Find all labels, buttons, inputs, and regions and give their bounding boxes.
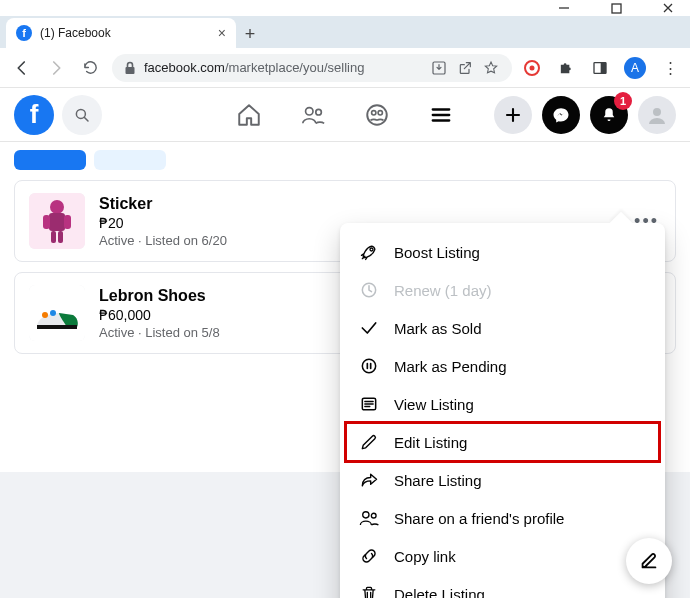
reload-button[interactable] — [78, 56, 102, 80]
tab-close-icon[interactable]: × — [218, 25, 226, 41]
people-icon — [358, 507, 380, 529]
home-icon[interactable] — [236, 102, 262, 128]
side-panel-icon[interactable] — [590, 58, 610, 78]
svg-rect-6 — [601, 62, 606, 73]
url-text: facebook.com/marketplace/you/selling — [144, 60, 422, 75]
svg-point-27 — [362, 359, 375, 372]
browser-tabstrip: f (1) Facebook × + — [0, 16, 690, 48]
listing-meta: Active · Listed on 6/20 — [99, 233, 227, 248]
menu-mark-pending[interactable]: Mark as Pending — [346, 347, 659, 385]
page-content: Sticker ₱20 Active · Listed on 6/20 ••• … — [0, 142, 690, 598]
friends-icon[interactable] — [300, 102, 326, 128]
window-titlebar — [0, 0, 690, 16]
extension-red-circle-icon[interactable] — [522, 58, 542, 78]
menu-renew: Renew (1 day) — [346, 271, 659, 309]
svg-point-23 — [42, 312, 48, 318]
listing-price: ₱20 — [99, 215, 227, 231]
listing-title: Sticker — [99, 195, 227, 213]
extensions-puzzle-icon[interactable] — [556, 58, 576, 78]
bookmark-star-icon[interactable] — [482, 59, 500, 77]
svg-rect-20 — [58, 231, 63, 243]
listing-meta: Active · Listed on 5/8 — [99, 325, 220, 340]
svg-rect-16 — [49, 213, 65, 231]
svg-point-25 — [370, 248, 373, 251]
svg-rect-19 — [51, 231, 56, 243]
listing-thumbnail — [29, 285, 85, 341]
tab-title: (1) Facebook — [40, 26, 210, 40]
listing-actions-menu: Boost Listing Renew (1 day) Mark as Sold… — [340, 223, 665, 598]
svg-rect-1 — [126, 67, 135, 74]
facebook-search-button[interactable] — [62, 95, 102, 135]
filter-pill[interactable] — [94, 150, 166, 170]
facebook-right-nav: 1 — [494, 96, 676, 134]
menu-label: Renew (1 day) — [394, 282, 492, 299]
svg-rect-18 — [64, 215, 71, 229]
window-maximize-icon[interactable] — [608, 0, 624, 16]
pencil-icon — [358, 431, 380, 453]
chrome-profile-avatar[interactable]: A — [624, 57, 646, 79]
browser-tab[interactable]: f (1) Facebook × — [6, 18, 236, 48]
compose-fab[interactable] — [626, 538, 672, 584]
install-app-icon[interactable] — [430, 59, 448, 77]
forward-button[interactable] — [44, 56, 68, 80]
address-bar[interactable]: facebook.com/marketplace/you/selling — [112, 54, 512, 82]
svg-point-9 — [316, 109, 322, 115]
list-icon — [358, 393, 380, 415]
clock-icon — [358, 279, 380, 301]
profile-button[interactable] — [638, 96, 676, 134]
menu-view-listing[interactable]: View Listing — [346, 385, 659, 423]
listing-title: Lebron Shoes — [99, 287, 220, 305]
trash-icon — [358, 583, 380, 598]
menu-label: Share Listing — [394, 472, 482, 489]
rocket-icon — [358, 241, 380, 263]
listing-thumbnail — [29, 193, 85, 249]
svg-point-12 — [378, 110, 382, 114]
new-tab-button[interactable]: + — [236, 20, 264, 48]
facebook-logo-icon[interactable]: f — [14, 95, 54, 135]
filter-pills — [14, 150, 676, 170]
menu-share-listing[interactable]: Share Listing — [346, 461, 659, 499]
menu-delete-listing[interactable]: Delete Listing — [346, 575, 659, 598]
window-minimize-icon[interactable] — [556, 0, 572, 16]
svg-point-15 — [50, 200, 64, 214]
browser-toolbar: facebook.com/marketplace/you/selling A ⋮ — [0, 48, 690, 88]
groups-icon[interactable] — [364, 102, 390, 128]
create-button[interactable] — [494, 96, 532, 134]
menu-label: Share on a friend's profile — [394, 510, 564, 527]
share-arrow-icon — [358, 469, 380, 491]
menu-hamburger-icon[interactable] — [428, 102, 454, 128]
facebook-header: f 1 — [0, 88, 690, 142]
messenger-button[interactable] — [542, 96, 580, 134]
menu-boost-listing[interactable]: Boost Listing — [346, 233, 659, 271]
menu-edit-listing[interactable]: Edit Listing — [346, 423, 659, 461]
svg-point-24 — [50, 310, 56, 316]
window-close-icon[interactable] — [660, 0, 676, 16]
extension-icons: A ⋮ — [522, 57, 680, 79]
svg-point-10 — [367, 105, 387, 125]
pause-circle-icon — [358, 355, 380, 377]
menu-copy-link[interactable]: Copy link — [346, 537, 659, 575]
back-button[interactable] — [10, 56, 34, 80]
menu-label: Edit Listing — [394, 434, 467, 451]
notification-badge: 1 — [614, 92, 632, 110]
notifications-button[interactable]: 1 — [590, 96, 628, 134]
filter-pill-active[interactable] — [14, 150, 86, 170]
lock-icon — [124, 61, 136, 75]
chrome-menu-icon[interactable]: ⋮ — [660, 58, 680, 78]
menu-share-friend-profile[interactable]: Share on a friend's profile — [346, 499, 659, 537]
link-icon — [358, 545, 380, 567]
svg-point-13 — [653, 108, 661, 116]
svg-point-4 — [530, 65, 535, 70]
menu-label: Mark as Pending — [394, 358, 507, 375]
svg-point-11 — [372, 110, 376, 114]
svg-point-30 — [371, 513, 376, 518]
svg-rect-22 — [37, 325, 77, 329]
check-icon — [358, 317, 380, 339]
share-icon[interactable] — [456, 59, 474, 77]
listing-price: ₱60,000 — [99, 307, 220, 323]
menu-mark-sold[interactable]: Mark as Sold — [346, 309, 659, 347]
facebook-favicon-icon: f — [16, 25, 32, 41]
menu-label: Delete Listing — [394, 586, 485, 599]
svg-point-29 — [363, 512, 369, 518]
svg-rect-0 — [612, 4, 621, 13]
